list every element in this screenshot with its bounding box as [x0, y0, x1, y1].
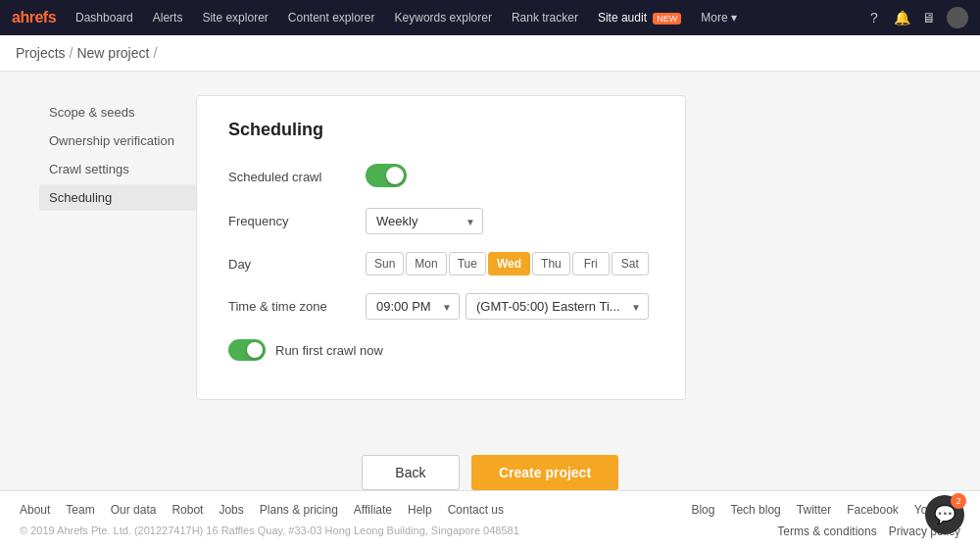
frequency-label: Frequency — [228, 214, 366, 228]
top-navigation: ahrefs Dashboard Alerts Site explorer Co… — [0, 0, 980, 35]
day-btn-sat[interactable]: Sat — [612, 252, 649, 275]
nav-keywords-explorer[interactable]: Keywords explorer — [387, 7, 500, 28]
breadcrumb-projects[interactable]: Projects — [16, 45, 66, 61]
footer-contact[interactable]: Contact us — [448, 503, 504, 517]
display-icon[interactable]: 🖥 — [919, 10, 939, 25]
chat-icon: 💬 — [934, 504, 956, 525]
footer-robot[interactable]: Robot — [172, 503, 203, 517]
footer-team[interactable]: Team — [66, 503, 94, 517]
run-crawl-toggle[interactable] — [228, 339, 266, 361]
logo[interactable]: ahrefs — [12, 9, 56, 26]
footer-blog[interactable]: Blog — [691, 503, 714, 517]
timezone-select[interactable]: (GMT-05:00) Eastern Ti... — [466, 293, 649, 320]
run-crawl-row: Run first crawl now — [228, 339, 654, 361]
frequency-control: Weekly Daily Monthly ▼ — [366, 208, 654, 234]
day-btn-thu[interactable]: Thu — [532, 252, 570, 275]
scheduled-crawl-control — [366, 164, 654, 190]
footer-about[interactable]: About — [20, 503, 50, 517]
breadcrumb-sep-2: / — [153, 45, 157, 61]
footer-facebook[interactable]: Facebook — [847, 503, 899, 517]
sidebar: Scope & seeds Ownership verification Cra… — [39, 95, 196, 400]
help-icon[interactable]: ? — [864, 10, 884, 25]
scheduled-crawl-toggle[interactable] — [366, 164, 407, 187]
footer: About Team Our data Robot Jobs Plans & p… — [0, 490, 980, 550]
day-row: Day Sun Mon Tue Wed Thu Fri Sat — [228, 252, 654, 275]
time-row: Time & time zone 09:00 PM ▼ (GMT-05:00) … — [228, 293, 654, 320]
nav-site-audit[interactable]: Site audit NEW — [590, 7, 689, 28]
nav-badge-new: NEW — [653, 13, 681, 25]
footer-right-links: Blog Tech blog Twitter Facebook YouTube — [691, 503, 960, 517]
frequency-select[interactable]: Weekly Daily Monthly — [366, 208, 483, 234]
footer-affiliate[interactable]: Affiliate — [354, 503, 392, 517]
time-label: Time & time zone — [228, 299, 366, 314]
logo-text: ahrefs — [12, 9, 56, 26]
user-avatar[interactable] — [947, 7, 968, 28]
footer-help[interactable]: Help — [408, 503, 432, 517]
action-buttons: Back Create project — [0, 455, 980, 490]
day-btn-fri[interactable]: Fri — [572, 252, 610, 275]
breadcrumb-sep-1: / — [70, 45, 74, 61]
sidebar-item-scope[interactable]: Scope & seeds — [39, 99, 196, 125]
create-project-button[interactable]: Create project — [471, 455, 618, 490]
panel-title: Scheduling — [228, 120, 654, 140]
day-btn-mon[interactable]: Mon — [406, 252, 446, 275]
footer-bottom: © 2019 Ahrefs Pte. Ltd. (201227417H) 16 … — [20, 525, 960, 538]
run-crawl-label: Run first crawl now — [275, 343, 383, 358]
footer-our-data[interactable]: Our data — [111, 503, 157, 517]
sidebar-item-scheduling[interactable]: Scheduling — [39, 184, 196, 211]
nav-dashboard[interactable]: Dashboard — [68, 7, 141, 28]
footer-twitter[interactable]: Twitter — [797, 503, 831, 517]
footer-tech-blog[interactable]: Tech blog — [730, 503, 780, 517]
footer-terms[interactable]: Terms & conditions — [777, 525, 876, 538]
day-control: Sun Mon Tue Wed Thu Fri Sat — [366, 252, 654, 275]
frequency-select-wrap: Weekly Daily Monthly ▼ — [366, 208, 483, 234]
nav-more[interactable]: More ▾ — [693, 7, 745, 28]
day-btn-wed[interactable]: Wed — [488, 252, 530, 275]
timezone-select-wrap: (GMT-05:00) Eastern Ti... ▼ — [466, 293, 649, 320]
breadcrumb: Projects / New project / — [0, 35, 980, 72]
nav-content-explorer[interactable]: Content explorer — [280, 7, 383, 28]
form-panel: Scheduling Scheduled crawl Frequency Wee… — [196, 95, 686, 400]
footer-top: About Team Our data Robot Jobs Plans & p… — [20, 503, 960, 517]
frequency-row: Frequency Weekly Daily Monthly ▼ — [228, 208, 654, 234]
notifications-icon[interactable]: 🔔 — [892, 10, 911, 25]
chat-bubble[interactable]: 💬 2 — [925, 495, 964, 534]
footer-copyright: © 2019 Ahrefs Pte. Ltd. (201227417H) 16 … — [20, 525, 519, 538]
day-btn-sun[interactable]: Sun — [366, 252, 404, 275]
time-select-wrap: 09:00 PM ▼ — [366, 293, 460, 320]
scheduled-crawl-row: Scheduled crawl — [228, 164, 654, 190]
breadcrumb-new-project[interactable]: New project — [76, 45, 149, 61]
footer-jobs[interactable]: Jobs — [219, 503, 243, 517]
nav-site-explorer[interactable]: Site explorer — [194, 7, 275, 28]
nav-rank-tracker[interactable]: Rank tracker — [504, 7, 586, 28]
scheduled-crawl-label: Scheduled crawl — [228, 170, 366, 184]
day-btn-tue[interactable]: Tue — [449, 252, 486, 275]
time-inputs: 09:00 PM ▼ (GMT-05:00) Eastern Ti... ▼ — [366, 293, 654, 320]
back-button[interactable]: Back — [362, 455, 460, 490]
nav-right-icons: ? 🔔 🖥 — [864, 7, 968, 28]
day-buttons-group: Sun Mon Tue Wed Thu Fri Sat — [366, 252, 654, 275]
nav-alerts[interactable]: Alerts — [145, 7, 191, 28]
time-select[interactable]: 09:00 PM — [366, 293, 460, 320]
sidebar-item-crawl[interactable]: Crawl settings — [39, 156, 196, 182]
sidebar-item-ownership[interactable]: Ownership verification — [39, 127, 196, 154]
chat-badge: 2 — [951, 493, 966, 509]
day-label: Day — [228, 257, 366, 272]
footer-plans[interactable]: Plans & pricing — [260, 503, 338, 517]
time-control: 09:00 PM ▼ (GMT-05:00) Eastern Ti... ▼ — [366, 293, 654, 320]
main-content: Scope & seeds Ownership verification Cra… — [0, 72, 980, 424]
footer-left-links: About Team Our data Robot Jobs Plans & p… — [20, 503, 504, 517]
